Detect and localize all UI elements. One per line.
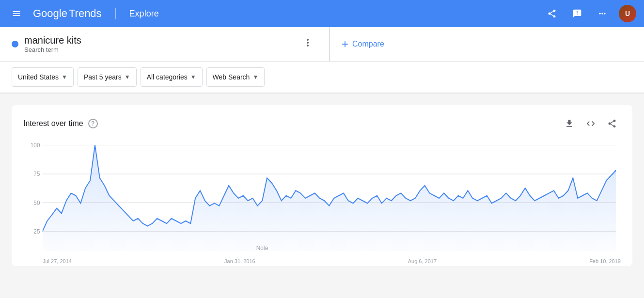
help-icon[interactable]: ? — [88, 119, 98, 128]
avatar-initials: U — [625, 10, 630, 17]
search-more-options-button[interactable] — [298, 35, 317, 53]
chart-title: Interest over time — [23, 119, 83, 128]
chart-svg: 100 75 50 25 — [23, 140, 621, 256]
menu-button[interactable] — [8, 5, 25, 22]
svg-text:25: 25 — [33, 228, 40, 235]
top-nav: Google Trends Explore U — [0, 0, 644, 27]
nav-explore-label: Explore — [129, 9, 159, 19]
x-label-1: Jul 27, 2014 — [43, 258, 72, 264]
x-label-2: Jan 31, 2016 — [224, 258, 255, 264]
category-chevron-icon: ▼ — [190, 74, 196, 80]
compare-plus-icon: + — [342, 37, 348, 51]
category-label: All categories — [147, 73, 188, 81]
time-chevron-icon: ▼ — [125, 74, 130, 80]
svg-text:100: 100 — [31, 141, 40, 148]
feedback-button[interactable] — [568, 5, 586, 22]
region-label: United States — [18, 73, 59, 81]
share-button[interactable] — [543, 5, 561, 22]
search-term-bar: manicure kits Search term — [0, 27, 330, 61]
google-trends-logo: Google Trends — [33, 7, 102, 20]
search-term-info: manicure kits Search term — [24, 35, 292, 53]
search-term-name: manicure kits — [24, 35, 292, 46]
region-chevron-icon: ▼ — [62, 74, 67, 80]
embed-button[interactable] — [582, 115, 599, 132]
svg-text:Note: Note — [256, 245, 268, 251]
share-chart-button[interactable] — [603, 115, 621, 132]
download-button[interactable] — [561, 115, 578, 132]
svg-text:50: 50 — [33, 199, 40, 206]
compare-label: Compare — [352, 40, 384, 48]
nav-divider — [115, 8, 116, 19]
chart-container: 100 75 50 25 — [23, 140, 621, 256]
logo-trends: Trends — [69, 7, 102, 20]
compare-section[interactable]: + Compare — [330, 27, 426, 61]
x-label-4: Feb 10, 2019 — [589, 258, 621, 264]
interest-over-time-card: Interest over time ? — [12, 105, 632, 266]
search-term-dot — [12, 41, 18, 47]
search-type-label: Web Search — [213, 73, 250, 81]
x-axis-labels: Jul 27, 2014 Jan 31, 2016 Aug 6, 2017 Fe… — [23, 258, 621, 264]
user-avatar[interactable]: U — [619, 5, 636, 22]
region-filter[interactable]: United States ▼ — [12, 67, 74, 87]
time-filter[interactable]: Past 5 years ▼ — [78, 67, 137, 87]
content-area: Interest over time ? — [0, 94, 644, 274]
search-type-filter[interactable]: Web Search ▼ — [206, 67, 265, 87]
chart-title-area: Interest over time ? — [23, 119, 98, 128]
filters-bar: United States ▼ Past 5 years ▼ All categ… — [0, 62, 644, 94]
search-term-type: Search term — [24, 46, 292, 53]
chart-actions — [561, 115, 621, 132]
apps-button[interactable] — [594, 5, 611, 22]
svg-text:75: 75 — [33, 171, 40, 177]
time-label: Past 5 years — [84, 73, 122, 81]
category-filter[interactable]: All categories ▼ — [141, 67, 203, 87]
nav-icons: U — [543, 5, 636, 22]
search-bar-wrapper: manicure kits Search term + Compare — [0, 27, 644, 62]
x-label-3: Aug 6, 2017 — [408, 258, 437, 264]
chart-header: Interest over time ? — [23, 115, 621, 132]
logo-google: Google — [33, 7, 67, 20]
search-type-chevron-icon: ▼ — [252, 74, 258, 80]
